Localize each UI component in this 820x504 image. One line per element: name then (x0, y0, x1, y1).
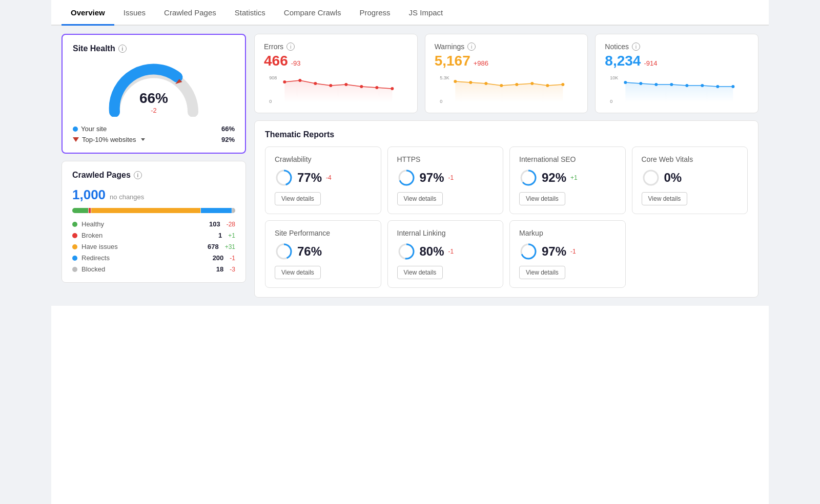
tab-progress[interactable]: Progress (351, 0, 400, 26)
crawlability-view-details-btn[interactable]: View details (275, 192, 321, 205)
warnings-value-row: 5,167 +986 (435, 53, 579, 69)
svg-text:10K: 10K (610, 75, 619, 80)
your-site-val: 66% (221, 125, 235, 133)
svg-point-23 (624, 81, 627, 84)
stat-redirects: Redirects 200 -1 (72, 254, 235, 262)
stats-list: Healthy 103 -28 Broken 1 +1 Have issues … (72, 220, 235, 273)
errors-chart: 908 0 (264, 74, 408, 105)
notices-header: Notices i (605, 43, 749, 51)
warnings-info-icon[interactable]: i (467, 43, 476, 51)
https-view-details-btn[interactable]: View details (397, 192, 443, 205)
top10-chevron-icon[interactable] (141, 138, 145, 141)
errors-change: -93 (291, 59, 301, 67)
top10-triangle (73, 137, 79, 142)
svg-point-25 (655, 83, 658, 86)
markup-circle-icon (519, 242, 538, 261)
svg-point-28 (701, 84, 704, 87)
bar-blocked (232, 208, 235, 213)
stat-broken: Broken 1 +1 (72, 232, 235, 239)
site-health-info-icon[interactable]: i (118, 45, 127, 53)
report-https: HTTPS 97% -1 View details (387, 146, 504, 214)
reports-row-2: Site Performance 76% View details (265, 220, 748, 288)
tab-js-impact[interactable]: JS Impact (400, 0, 453, 26)
svg-point-14 (469, 81, 472, 84)
right-panel: Errors i 466 -93 9 (254, 34, 758, 298)
cwv-circle-icon (642, 169, 660, 187)
svg-point-10 (391, 87, 394, 90)
notices-value: 8,234 (605, 53, 641, 69)
intl-seo-view-details-btn[interactable]: View details (519, 192, 565, 205)
errors-card: Errors i 466 -93 9 (254, 34, 418, 113)
dot-broken (72, 233, 77, 238)
svg-point-15 (484, 82, 487, 85)
svg-point-29 (716, 85, 720, 88)
dot-healthy (72, 222, 77, 227)
crawled-change-label: no changes (110, 193, 144, 201)
reports-grid: Crawlability 77% -4 View details (265, 146, 748, 288)
bar-issues (91, 208, 201, 213)
notices-card: Notices i 8,234 -914 (595, 34, 758, 113)
int-linking-view-details-btn[interactable]: View details (397, 266, 443, 279)
crawled-progress-bar (72, 208, 235, 213)
int-linking-circle-icon (397, 242, 416, 261)
svg-text:0: 0 (440, 99, 442, 104)
errors-info-icon[interactable]: i (286, 43, 295, 51)
tab-crawled-pages[interactable]: Crawled Pages (155, 0, 225, 26)
bar-redirects (201, 208, 232, 213)
svg-point-26 (670, 83, 673, 86)
svg-text:908: 908 (269, 75, 277, 80)
metrics-row: Errors i 466 -93 9 (254, 34, 758, 113)
errors-header: Errors i (264, 43, 408, 51)
tab-overview[interactable]: Overview (61, 0, 114, 26)
svg-point-6 (329, 84, 332, 87)
svg-point-4 (298, 79, 301, 82)
svg-point-8 (360, 85, 363, 88)
intl-seo-circle-icon (519, 169, 538, 187)
svg-point-17 (515, 83, 518, 86)
report-internal-linking: Internal Linking 80% -1 View details (387, 220, 504, 288)
gauge-container: 66% -2 (73, 60, 235, 117)
svg-point-37 (644, 171, 658, 185)
report-crawlability: Crawlability 77% -4 View details (265, 146, 381, 214)
nav-tabs: Overview Issues Crawled Pages Statistics… (51, 0, 769, 26)
site-perf-view-details-btn[interactable]: View details (275, 266, 321, 279)
svg-point-18 (530, 82, 534, 85)
notices-info-icon[interactable]: i (632, 43, 640, 51)
gauge-center: 66% -2 (139, 90, 168, 114)
https-circle-icon (397, 169, 416, 187)
crawled-pages-info-icon[interactable]: i (134, 171, 142, 179)
tab-issues[interactable]: Issues (114, 0, 155, 26)
stat-blocked: Blocked 18 -3 (72, 265, 235, 273)
markup-view-details-btn[interactable]: View details (519, 266, 565, 279)
svg-text:0: 0 (610, 99, 613, 104)
svg-point-7 (344, 83, 347, 86)
tab-compare-crawls[interactable]: Compare Crawls (275, 0, 351, 26)
your-site-dot (73, 127, 78, 132)
svg-point-19 (546, 84, 549, 87)
crawlability-circle-icon (275, 169, 293, 187)
bar-broken (89, 208, 90, 213)
thematic-title: Thematic Reports (265, 130, 748, 139)
legend-your-site: Your site 66% (73, 125, 235, 133)
svg-point-30 (732, 85, 735, 88)
report-empty (632, 220, 748, 288)
cwv-view-details-btn[interactable]: View details (642, 192, 688, 205)
crawled-pages-title: Crawled Pages i (72, 171, 235, 180)
dot-issues (72, 244, 77, 249)
notices-value-row: 8,234 -914 (605, 53, 749, 69)
left-panel: Site Health i 66% -2 (61, 34, 246, 298)
report-site-performance: Site Performance 76% View details (265, 220, 381, 288)
svg-point-16 (500, 84, 503, 87)
errors-value-row: 466 -93 (264, 53, 408, 69)
warnings-header: Warnings i (435, 43, 579, 51)
stat-have-issues: Have issues 678 +31 (72, 243, 235, 250)
crawled-pages-card: Crawled Pages i 1,000 no changes (61, 161, 246, 283)
site-health-card: Site Health i 66% -2 (61, 34, 246, 154)
tab-statistics[interactable]: Statistics (225, 0, 275, 26)
main-content: Site Health i 66% -2 (51, 26, 769, 306)
svg-point-13 (454, 80, 457, 83)
warnings-change: +986 (474, 59, 488, 67)
top10-val: 92% (221, 136, 235, 143)
dot-redirects (72, 256, 77, 261)
svg-point-9 (375, 86, 378, 89)
